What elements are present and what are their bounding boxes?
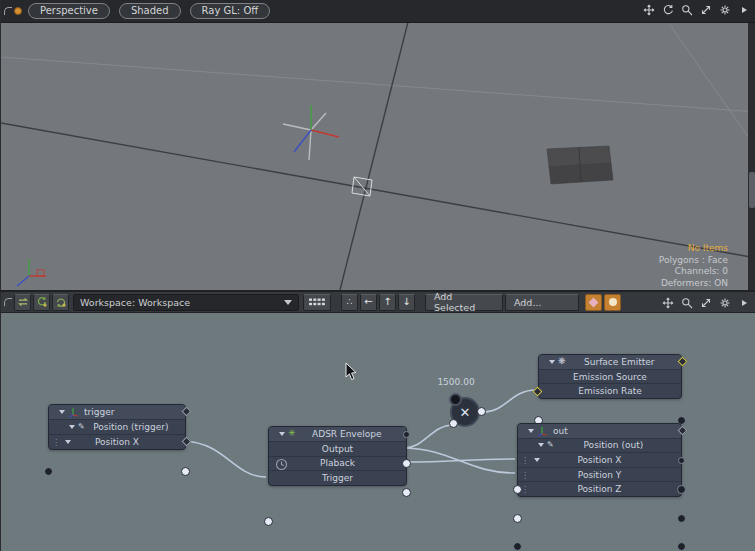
multiply-value-label: 1500.00	[430, 377, 482, 387]
axis-widget	[283, 105, 339, 160]
node-surface-emitter[interactable]: ❋ Surface Emitter Emission Source Emissi…	[538, 354, 682, 399]
row-label: Position X	[59, 437, 175, 447]
panel-corner-icon[interactable]	[4, 298, 12, 306]
node-adsr-row-trigger[interactable]: Trigger	[269, 470, 406, 485]
info-polygons: Polygons : Face	[659, 255, 728, 267]
row-label: Position Z	[528, 484, 671, 494]
input-connector[interactable]	[513, 514, 522, 523]
panel-state-dot-icon[interactable]	[14, 7, 22, 15]
info-no-items: No Items	[659, 243, 728, 255]
more-icon[interactable]	[737, 296, 751, 310]
drag-dots-icon: ⋮	[52, 439, 60, 446]
sync-icon[interactable]	[14, 294, 31, 311]
workspace-dropdown[interactable]: Workspace: Workspace	[73, 294, 299, 311]
maximize-icon[interactable]	[699, 296, 713, 310]
collapse-triangle-icon[interactable]	[59, 410, 65, 414]
node-adsr-header[interactable]: ✳ ADSR Envelope	[269, 427, 406, 441]
viewport-scrollbar[interactable]	[748, 22, 755, 290]
add-node-icon[interactable]	[33, 294, 50, 311]
grid-dots-icon[interactable]	[303, 294, 331, 311]
settings-icon[interactable]	[718, 3, 732, 17]
collapse-triangle-icon[interactable]	[534, 458, 540, 462]
viewport-scrollbar-thumb[interactable]	[749, 172, 755, 208]
node-emitter-row-rate[interactable]: Emission Rate	[539, 383, 681, 398]
pin-diamond-button[interactable]	[585, 294, 602, 311]
output-connector[interactable]	[181, 467, 190, 476]
item-connector[interactable]	[403, 431, 410, 438]
grid-line-light	[668, 22, 748, 148]
ray-gl-button[interactable]: Ray GL: Off	[190, 3, 271, 19]
node-title: ADSR Envelope	[298, 429, 396, 439]
node-out-header[interactable]: out	[518, 424, 681, 438]
node-emitter-row-source[interactable]: Emission Source	[539, 369, 681, 384]
collapse-triangle-icon[interactable]	[549, 360, 555, 364]
node-adsr-row-output[interactable]: Output	[269, 441, 406, 456]
arrow-left-icon[interactable]: ←	[360, 294, 377, 311]
modifier-icon: ✳	[288, 429, 296, 438]
node-out-row-position-y[interactable]: ⋮ Position Y	[518, 467, 681, 482]
node-trigger[interactable]: trigger ✎ Position (trigger) ⋮ Position …	[48, 404, 186, 450]
arrow-up-icon[interactable]: ↑	[379, 294, 396, 311]
viewport-canvas[interactable]: No Items Polygons : Face Channels: 0 Def…	[1, 22, 748, 290]
node-trigger-row-position-x[interactable]: ⋮ Position X	[49, 434, 185, 449]
item-connector[interactable]	[678, 457, 685, 464]
pin-circle-button[interactable]	[604, 294, 621, 311]
tree-icon[interactable]: ∴	[341, 294, 358, 311]
maximize-icon[interactable]	[699, 3, 713, 17]
node-out-row-position-x[interactable]: ⋮ Position X	[518, 452, 681, 467]
multiply-output-connector[interactable]	[477, 407, 486, 416]
node-out-row-position-z[interactable]: ⋮ Position Z	[518, 481, 681, 496]
output-connector[interactable]	[402, 459, 411, 468]
info-channels: Channels: 0	[659, 266, 728, 278]
row-label: Emission Rate	[549, 386, 671, 396]
node-adsr-envelope[interactable]: ✳ ADSR Envelope Output Plaback Trigger	[268, 426, 407, 486]
add-selected-button[interactable]: Add Selected	[425, 294, 503, 311]
pink-diamond-icon	[589, 297, 599, 307]
time-clock-icon	[275, 458, 288, 471]
locator-icon	[537, 426, 547, 436]
zoom-icon[interactable]	[680, 3, 694, 17]
zoom-icon[interactable]	[680, 296, 694, 310]
input-connector[interactable]	[44, 467, 53, 476]
pan-icon[interactable]	[661, 296, 675, 310]
perspective-button[interactable]: Perspective	[28, 3, 110, 19]
grid-axis-z	[340, 22, 408, 290]
collapse-triangle-icon[interactable]	[528, 429, 534, 433]
multiply-symbol: ✕	[460, 405, 471, 420]
box-mesh[interactable]	[547, 146, 613, 184]
collapse-triangle-icon[interactable]	[69, 425, 75, 429]
row-label: Position Y	[528, 470, 671, 480]
node-trigger-row-position[interactable]: ✎ Position (trigger)	[49, 419, 185, 434]
node-out[interactable]: out ✎ Position (out) ⋮ Position X ⋮ Posi…	[517, 423, 682, 497]
arrow-down-icon[interactable]: ↓	[398, 294, 415, 311]
node-out-row-position[interactable]: ✎ Position (out)	[518, 438, 681, 453]
output-connector[interactable]	[677, 514, 686, 523]
collapse-triangle-icon[interactable]	[65, 440, 71, 444]
workspace-dropdown-label: Workspace: Workspace	[80, 297, 190, 308]
viewport-panel: No Items Polygons : Face Channels: 0 Def…	[0, 0, 755, 290]
output-connector[interactable]	[677, 485, 686, 494]
pan-icon[interactable]	[642, 3, 656, 17]
panel-corner-icon[interactable]	[4, 7, 12, 15]
drag-dots-icon: ⋮	[521, 486, 529, 493]
add-link-icon[interactable]	[52, 294, 69, 311]
input-connector[interactable]	[513, 542, 522, 551]
settings-icon[interactable]	[718, 296, 732, 310]
output-connector[interactable]	[402, 488, 411, 497]
collapse-triangle-icon[interactable]	[279, 432, 285, 436]
output-connector[interactable]	[677, 542, 686, 551]
multiply-constant-input-connector[interactable]	[449, 393, 462, 406]
node-trigger-header[interactable]: trigger	[49, 405, 185, 419]
shading-mode-button[interactable]: Shaded	[119, 3, 181, 19]
info-deformers: Deformers: ON	[659, 278, 728, 290]
multiply-input-connector[interactable]	[449, 419, 458, 428]
node-emitter-header[interactable]: ❋ Surface Emitter	[539, 355, 681, 369]
orientation-gizmo	[17, 259, 46, 286]
add-button[interactable]: Add...	[505, 294, 579, 311]
channel-icon: ✎	[547, 441, 554, 449]
input-connector[interactable]	[513, 485, 522, 494]
more-icon[interactable]	[737, 3, 751, 17]
node-adsr-row-plaback[interactable]: Plaback	[269, 456, 406, 471]
rotate-icon[interactable]	[661, 3, 675, 17]
collapse-triangle-icon[interactable]	[538, 443, 544, 447]
